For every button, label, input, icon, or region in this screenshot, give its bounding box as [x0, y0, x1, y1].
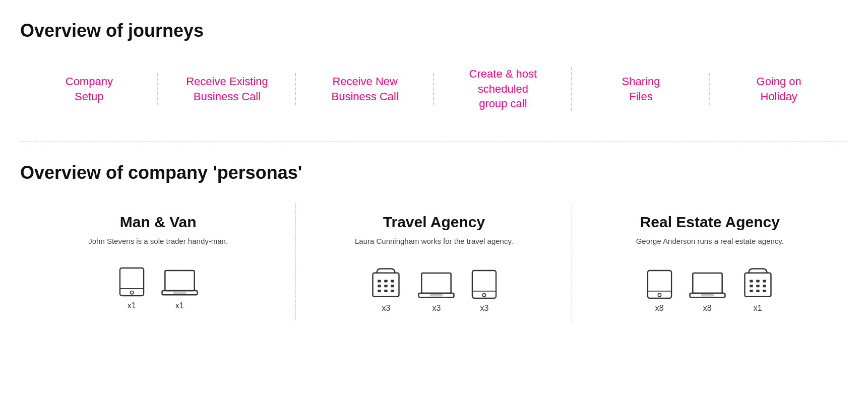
- persona-col-real-estate: Real Estate AgencyGeorge Anderson runs a…: [572, 204, 848, 323]
- device-count: x3: [432, 304, 441, 313]
- deskphone-icon: [741, 265, 774, 301]
- persona-name: Travel Agency: [383, 214, 485, 231]
- journeys-row: Company SetupReceive Existing Business C…: [20, 61, 848, 116]
- tablet-icon: [118, 265, 146, 298]
- device-item-laptop: x1: [161, 268, 199, 310]
- device-item-deskphone: x3: [369, 265, 402, 313]
- journeys-title: Overview of journeys: [20, 20, 848, 41]
- device-item-tablet: x8: [646, 268, 673, 313]
- device-count: x1: [128, 301, 136, 310]
- device-count: x1: [754, 304, 762, 313]
- persona-desc: John Stevens is a sole trader handy-man.: [88, 237, 228, 245]
- deskphone-icon: [369, 265, 402, 301]
- devices-row: x3x3x3: [369, 265, 498, 313]
- device-item-tablet: x3: [470, 268, 498, 313]
- devices-row: x8x8x1: [646, 265, 774, 313]
- device-item-deskphone: x1: [741, 265, 774, 313]
- journey-item-company-setup[interactable]: Company Setup: [20, 69, 158, 109]
- personas-section: Overview of company 'personas' Man & Van…: [20, 162, 848, 323]
- device-count: x1: [175, 301, 184, 310]
- device-count: x3: [382, 304, 391, 313]
- personas-title: Overview of company 'personas': [20, 162, 848, 183]
- personas-row: Man & VanJohn Stevens is a sole trader h…: [20, 204, 848, 323]
- persona-col-travel-agency: Travel AgencyLaura Cunningham works for …: [296, 204, 572, 323]
- devices-row: x1x1: [118, 265, 199, 310]
- device-item-laptop: x8: [689, 271, 726, 313]
- device-count: x3: [480, 304, 489, 313]
- tablet-icon: [470, 268, 498, 301]
- section-divider: [20, 142, 848, 142]
- journeys-section: Overview of journeys Company SetupReceiv…: [20, 20, 848, 116]
- journey-item-sharing-files[interactable]: Sharing Files: [572, 69, 710, 109]
- device-item-tablet: x1: [118, 265, 146, 310]
- device-item-laptop: x3: [417, 271, 455, 313]
- journey-item-going-holiday[interactable]: Going on Holiday: [710, 69, 848, 109]
- laptop-icon: [417, 271, 455, 301]
- laptop-icon: [689, 271, 726, 301]
- persona-desc: George Anderson runs a real estate agenc…: [636, 237, 784, 245]
- persona-name: Man & Van: [120, 214, 197, 231]
- journey-item-receive-existing[interactable]: Receive Existing Business Call: [158, 69, 296, 109]
- journey-item-receive-new[interactable]: Receive New Business Call: [296, 69, 434, 109]
- device-count: x8: [655, 304, 664, 313]
- tablet-icon: [646, 268, 673, 301]
- journey-item-create-host[interactable]: Create & host scheduled group call: [434, 61, 572, 116]
- laptop-icon: [161, 268, 199, 298]
- page-wrapper: Overview of journeys Company SetupReceiv…: [0, 0, 868, 343]
- persona-col-man-van: Man & VanJohn Stevens is a sole trader h…: [20, 204, 296, 320]
- persona-desc: Laura Cunningham works for the travel ag…: [355, 237, 513, 245]
- persona-name: Real Estate Agency: [640, 214, 780, 231]
- device-count: x8: [703, 304, 712, 313]
